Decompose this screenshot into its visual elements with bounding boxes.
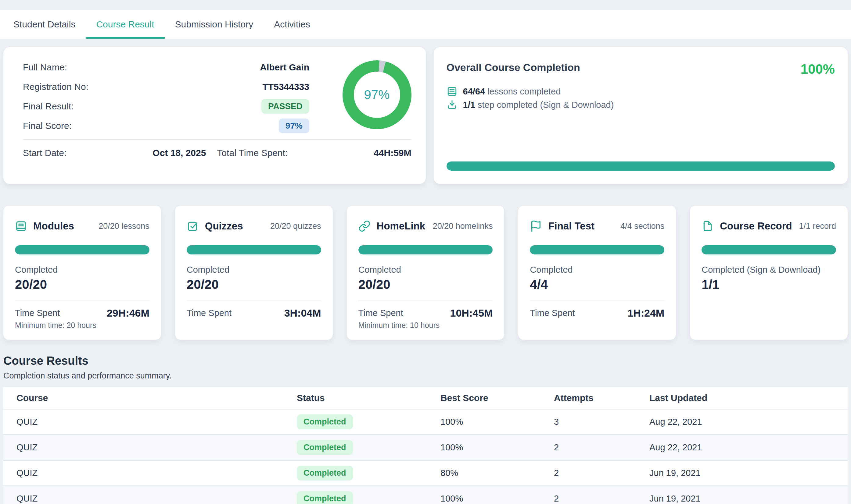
quizzes-divider xyxy=(187,300,321,301)
homelink-min-note: Minimum time: 10 hours xyxy=(359,321,493,330)
quizzes-time-label: Time Spent xyxy=(187,308,231,318)
modules-count: 20/20 lessons xyxy=(99,221,150,231)
row-course: QUIZ xyxy=(16,417,297,427)
final-score-row: Final Score: 97% xyxy=(23,119,309,133)
homelink-count: 20/20 homelinks xyxy=(433,221,493,231)
student-card-divider xyxy=(23,139,412,140)
row-last-updated: Aug 22, 2021 xyxy=(649,443,848,452)
tab-submission-history[interactable]: Submission History xyxy=(165,10,264,39)
homelink-completed-label: Completed xyxy=(359,265,493,275)
status-badge: Completed xyxy=(297,440,353,455)
modules-completed-label: Completed xyxy=(15,265,150,275)
row-best-score: 80% xyxy=(440,468,554,478)
file-icon xyxy=(701,220,714,232)
download-icon xyxy=(447,99,457,110)
student-fields: Full Name: Albert Gain Registration No: … xyxy=(23,60,309,133)
step-count: 1/1 xyxy=(463,100,475,110)
registration-no-label: Registration No: xyxy=(23,82,88,92)
row-best-score: 100% xyxy=(440,443,554,452)
col-last-updated: Last Updated xyxy=(649,393,848,403)
final-test-completed-value: 4/4 xyxy=(530,277,664,292)
homelink-divider xyxy=(359,300,493,301)
row-attempts: 3 xyxy=(554,417,649,427)
final-test-progress-bar xyxy=(530,245,664,254)
modules-divider xyxy=(15,300,150,301)
step-text: step completed (Sign & Download) xyxy=(477,100,614,110)
col-best-score: Best Score xyxy=(440,393,554,403)
homelink-time-value: 10H:45M xyxy=(450,307,493,319)
course-record-title: Course Record xyxy=(720,220,792,232)
row-course: QUIZ xyxy=(16,468,297,478)
modules-title: Modules xyxy=(33,220,74,232)
start-date-value: Oct 18, 2025 xyxy=(153,148,206,158)
overall-progress-bar xyxy=(447,162,835,170)
lessons-book-icon xyxy=(447,86,457,97)
modules-min-note: Minimum time: 20 hours xyxy=(15,321,150,330)
row-last-updated: Jun 19, 2021 xyxy=(649,468,848,478)
table-row: QUIZ Completed 100% 2 Jun 19, 2021 xyxy=(3,486,848,504)
final-test-count: 4/4 sections xyxy=(620,221,664,231)
quizzes-card: Quizzes 20/20 quizzes Completed 20/20 Ti… xyxy=(175,206,333,340)
total-time-label: Total Time Spent: xyxy=(217,148,288,158)
course-record-card: Course Record 1/1 record Completed (Sign… xyxy=(690,206,848,340)
quizzes-progress-bar xyxy=(187,245,321,254)
row-attempts: 2 xyxy=(554,468,649,478)
full-name-row: Full Name: Albert Gain xyxy=(23,60,309,74)
homelink-completed-value: 20/20 xyxy=(359,277,493,292)
stat-cards-row: Modules 20/20 lessons Completed 20/20 Ti… xyxy=(3,206,848,340)
final-test-time-value: 1H:24M xyxy=(627,307,664,319)
donut-ring: 97% xyxy=(343,60,412,129)
table-row: QUIZ Completed 100% 2 Aug 22, 2021 xyxy=(3,435,848,461)
final-test-time-label: Time Spent xyxy=(530,308,575,318)
lessons-count: 64/64 xyxy=(463,87,485,96)
status-badge: Completed xyxy=(297,491,353,504)
final-score-label: Final Score: xyxy=(23,121,72,131)
final-result-badge: PASSED xyxy=(261,99,309,114)
homelink-progress-bar xyxy=(359,245,493,254)
lessons-text: lessons completed xyxy=(487,87,561,96)
tab-student-details[interactable]: Student Details xyxy=(3,10,86,39)
flag-icon xyxy=(530,220,542,232)
table-row: QUIZ Completed 100% 3 Aug 22, 2021 xyxy=(3,410,848,435)
course-record-count: 1/1 record xyxy=(799,221,836,231)
overall-title: Overall Course Completion xyxy=(447,61,580,73)
course-record-progress-bar xyxy=(701,245,836,254)
start-date-label: Start Date: xyxy=(23,148,67,158)
col-attempts: Attempts xyxy=(554,393,649,403)
link-icon xyxy=(359,220,370,232)
table-header-row: Course Status Best Score Attempts Last U… xyxy=(3,387,848,410)
tab-activities[interactable]: Activities xyxy=(263,10,320,39)
row-attempts: 2 xyxy=(554,443,649,452)
course-record-completed-label: Completed (Sign & Download) xyxy=(701,265,836,275)
registration-no-row: Registration No: TT5344333 xyxy=(23,80,309,94)
course-record-completed-value: 1/1 xyxy=(701,277,836,292)
final-score-badge: 97% xyxy=(279,119,309,133)
row-course: QUIZ xyxy=(16,443,297,452)
col-course: Course xyxy=(16,393,297,403)
registration-no-value: TT5344333 xyxy=(263,82,309,92)
overall-progress-fill xyxy=(447,162,835,170)
modules-completed-value: 20/20 xyxy=(15,277,150,292)
row-course: QUIZ xyxy=(16,493,297,504)
col-status: Status xyxy=(297,393,440,403)
course-results-table: Course Status Best Score Attempts Last U… xyxy=(3,387,848,504)
full-name-label: Full Name: xyxy=(23,62,67,73)
final-test-divider xyxy=(530,300,664,301)
overall-percent: 100% xyxy=(800,61,835,77)
top-cards-row: Full Name: Albert Gain Registration No: … xyxy=(3,47,848,184)
row-best-score: 100% xyxy=(440,417,554,427)
row-last-updated: Jun 19, 2021 xyxy=(649,493,848,504)
modules-card: Modules 20/20 lessons Completed 20/20 Ti… xyxy=(3,206,161,340)
overall-completion-card: Overall Course Completion 100% 64/64 les… xyxy=(434,47,848,184)
table-row: QUIZ Completed 80% 2 Jun 19, 2021 xyxy=(3,461,848,486)
final-test-completed-label: Completed xyxy=(530,265,664,275)
final-result-row: Final Result: PASSED xyxy=(23,99,309,113)
tab-bar: Student Details Course Result Submission… xyxy=(0,10,851,39)
status-badge: Completed xyxy=(297,414,353,429)
tab-course-result[interactable]: Course Result xyxy=(86,10,164,39)
homelink-time-label: Time Spent xyxy=(359,308,403,318)
course-results-title: Course Results xyxy=(3,354,848,367)
modules-progress-bar xyxy=(15,245,150,254)
homelink-title: HomeLink xyxy=(377,220,426,232)
row-best-score: 100% xyxy=(440,493,554,504)
